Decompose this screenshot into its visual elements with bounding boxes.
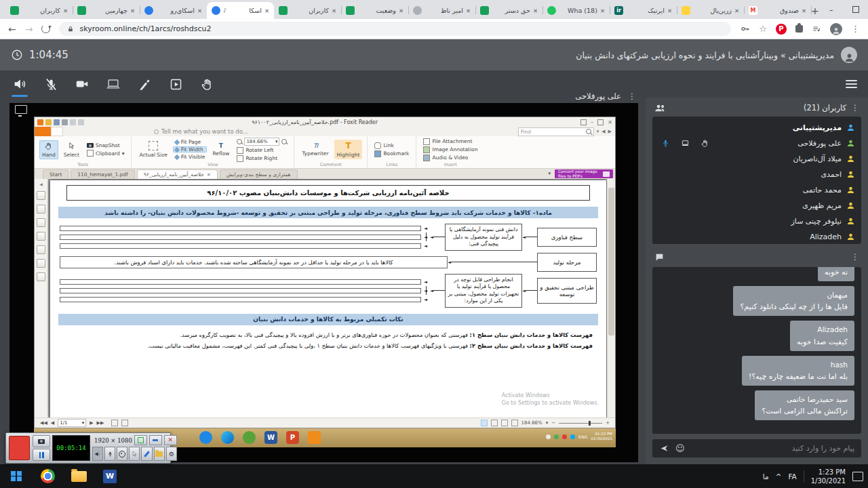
tab-close-icon[interactable]: ✕ [600,7,605,14]
bookmark-star-icon[interactable]: ☆ [759,24,767,34]
browser-tab[interactable]: وضعیت ✕ [341,2,408,19]
region-button[interactable] [134,435,147,445]
taskbar-clock[interactable]: 1:23 PM 1/30/2021 [811,468,846,485]
layout-option-4-icon[interactable] [511,420,518,426]
layout-option-1-icon[interactable] [481,420,488,426]
find-input[interactable]: Find [518,127,594,136]
user-row[interactable]: مریم ظهیری [658,198,855,214]
browser-tab[interactable]: چهارمین ✕ [73,2,140,19]
redo-icon[interactable] [78,119,84,125]
recorder-draw-button[interactable] [141,447,152,461]
foxit-menu-tab[interactable] [136,127,149,136]
browser-tab[interactable]: ir ایرنیک ✕ [610,2,677,19]
find-options-caret[interactable]: ▾ [597,129,599,134]
media-player-button[interactable] [167,75,184,93]
microphone-button[interactable] [42,75,60,93]
back-button[interactable]: ← [8,24,16,34]
browser-tab[interactable]: اسکای‌رو ✕ [140,2,207,19]
maximize-button[interactable] [844,0,868,19]
single-page-view-icon[interactable] [111,420,118,426]
word-taskbar-icon[interactable]: W [264,431,277,444]
tab-close-icon[interactable]: ✕ [332,7,336,14]
bookmark-button[interactable]: Bookmark [372,150,411,157]
zoom-caret-icon[interactable]: ▾ [546,420,549,426]
layout-option-3-icon[interactable] [501,420,508,426]
foxit-layout-icon[interactable] [580,119,587,125]
zoom-slider[interactable] [559,423,602,424]
save-icon[interactable] [54,119,60,125]
typewriter-button[interactable]: TI Typewriter [299,141,331,158]
webcam-button[interactable] [73,75,91,93]
browser-tab[interactable]: M صندوق ✕ [744,2,811,19]
foxit-menu-tab[interactable] [87,127,100,136]
raise-hand-button[interactable] [198,75,216,93]
screenshot-button[interactable] [33,435,50,447]
browser-tab[interactable]: كاربران ✕ [274,2,341,19]
recorder-close-button[interactable]: ✕ [164,435,177,445]
powerpoint-icon[interactable]: P [286,431,299,444]
tab-list-caret[interactable]: ▾ [548,171,551,176]
speaker-button[interactable] [11,75,28,93]
next-page-icon[interactable]: ▶ [90,420,93,426]
taskbar-chrome-button[interactable] [34,464,61,488]
screen-share-button[interactable] [104,75,122,93]
orange-app-icon[interactable] [308,431,321,444]
profile-avatar[interactable] [830,23,842,35]
open-file-icon[interactable] [45,119,52,125]
bookmarks-panel-icon[interactable] [37,191,45,200]
action-center-icon[interactable] [852,472,863,481]
minimize-button[interactable]: – [819,0,844,19]
tab-close-icon[interactable]: ✕ [63,7,68,14]
zoom-in-status-icon[interactable]: + [606,420,610,426]
browser-tab[interactable]: ♪ اسکا ✕ [207,2,274,19]
foxit-menu-tab[interactable] [100,127,112,136]
fit-width-button[interactable]: Fit Width [173,146,208,152]
zoom-control[interactable]: 184.66%▾ [235,138,289,146]
recorder-minimize-button[interactable] [149,435,162,445]
user-row[interactable]: میلاد آل‌ناصریان [658,151,855,167]
browser-tab[interactable]: زرین‌پال ✕ [677,2,744,19]
recorder-folder-button[interactable] [154,447,165,461]
page-number-box[interactable]: 1/1▾ [58,419,86,427]
fit-visible-button[interactable]: Fit Visible [173,154,208,160]
language-indicator[interactable]: FA [788,472,796,481]
zoom-out-icon[interactable]: − [551,420,555,426]
collapse-panel-icon[interactable]: ◀ [39,182,43,186]
recorder-webcam-button[interactable] [117,447,127,461]
scrollbar-thumb[interactable] [608,188,614,336]
idm-icon[interactable] [243,431,256,444]
tab-close-icon[interactable]: ✕ [802,7,806,14]
fields-panel-icon[interactable] [37,272,45,281]
address-bar[interactable]: skyroom.online/ch/1arcs/roshdscu2 [59,22,731,36]
tab-close-icon[interactable]: ✕ [667,7,672,14]
whiteboard-button[interactable] [136,75,153,93]
foxit-menu-tab[interactable] [51,127,63,136]
browser-menu-icon[interactable]: ⋮ [851,24,860,34]
record-stop-button[interactable] [9,436,30,460]
foxit-menu-tab[interactable] [112,127,124,136]
link-button[interactable]: Link [372,142,411,149]
foxit-menu-tab[interactable] [63,127,75,136]
new-tab-button[interactable]: + [811,2,819,19]
attachments-panel-icon[interactable] [37,245,45,254]
image-annotation-button[interactable]: Image Annotation [421,146,479,153]
find-prev-icon[interactable]: ◀ [601,129,605,134]
tell-me-box[interactable]: Tell me what you want to do... [149,127,254,136]
foxit-minimize-icon[interactable]: – [591,119,593,125]
tab-close-icon[interactable]: ✕ [264,7,269,14]
rotate-right-button[interactable]: Rotate Right [235,155,289,162]
foxit-close-icon[interactable]: ✕ [608,119,612,125]
convert-to-pdf-banner[interactable]: Convert your image files to PDFs [555,169,613,178]
zoom-slider-knob[interactable] [589,421,591,426]
comments-panel-icon[interactable] [37,232,45,241]
fit-page-button[interactable]: Fit Page [173,139,208,145]
select-tool-button[interactable]: Select [61,140,82,159]
browser-tab[interactable]: كاربران ✕ [5,2,73,19]
foxit-restore-icon[interactable] [597,119,604,125]
extensions-icon[interactable] [795,25,803,33]
browser-tab[interactable]: امیر ناظ ✕ [408,2,475,19]
tray-expand-icon[interactable]: ^ [776,472,782,481]
find-next-icon[interactable]: ▶ [608,129,612,134]
user-row[interactable]: نیلوفر چینی ساز [658,214,855,229]
start-button[interactable] [3,464,30,488]
